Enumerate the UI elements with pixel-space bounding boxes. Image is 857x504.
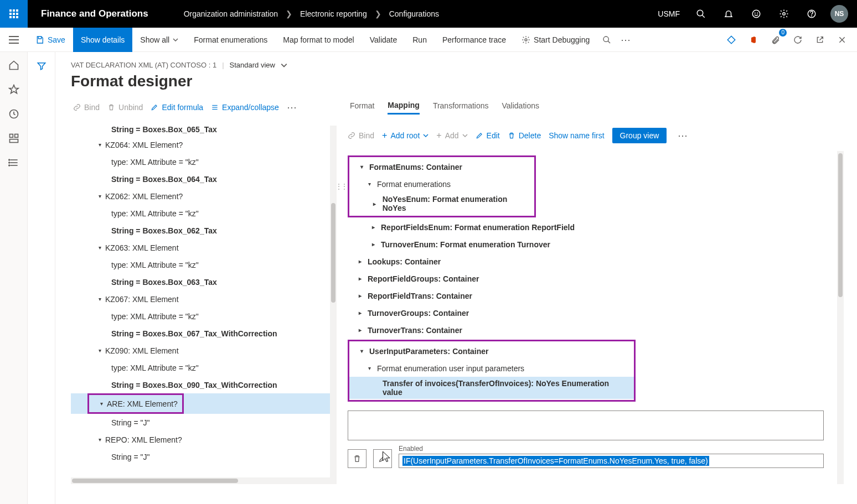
tree-item[interactable]: type: XML Attribute = "kz" xyxy=(71,205,337,222)
format-enumerations-button[interactable]: Format enumerations xyxy=(186,28,275,52)
gear-icon[interactable] xyxy=(772,0,796,28)
attachments-icon[interactable] xyxy=(766,30,785,49)
more-icon[interactable]: ⋯ xyxy=(616,30,635,49)
office-icon[interactable] xyxy=(744,30,763,49)
add-button[interactable]: + Add xyxy=(436,131,467,141)
tree-item[interactable]: ▸ReportFieldTrans: Container xyxy=(348,287,824,304)
tree-item[interactable]: String = Boxes.Box_063_Tax xyxy=(71,273,337,290)
left-more-button[interactable]: ⋯ xyxy=(287,101,297,113)
delete-label: Delete xyxy=(519,131,541,140)
modules-icon[interactable] xyxy=(8,157,19,168)
tree-item[interactable]: ▾KZ062: XML Element? xyxy=(71,188,337,205)
tree-item[interactable]: ▾KZ064: XML Element? xyxy=(71,136,337,153)
top-header: Finance and Operations Organization admi… xyxy=(0,0,857,28)
tree-item[interactable]: String = Boxes.Box_065_Tax xyxy=(71,126,337,136)
breadcrumb-item[interactable]: Configurations xyxy=(389,9,439,18)
format-enum-label: Format enumerations xyxy=(194,35,267,44)
delete-formula-button[interactable] xyxy=(348,449,366,468)
group-view-button[interactable]: Group view xyxy=(612,128,667,143)
tree-item[interactable]: ▾UserInputParameters: Container xyxy=(349,342,634,360)
scrollbar-horizontal[interactable] xyxy=(71,477,330,484)
help-icon[interactable] xyxy=(799,0,824,28)
star-icon[interactable] xyxy=(8,84,19,95)
edit-button[interactable]: Edit xyxy=(476,131,500,140)
start-debugging-button[interactable]: Start Debugging xyxy=(514,28,597,52)
workspace-icon[interactable] xyxy=(8,133,19,144)
tree-item[interactable]: ▾Format enumerations xyxy=(349,175,534,193)
unbind-button[interactable]: Unbind xyxy=(107,103,143,112)
tab-validations[interactable]: Validations xyxy=(502,101,539,113)
edit-formula-button[interactable]: Edit formula xyxy=(151,103,203,112)
avatar[interactable]: NS xyxy=(827,0,851,28)
scrollbar-vertical[interactable] xyxy=(837,151,844,484)
search-icon[interactable] xyxy=(689,0,713,28)
tree-item[interactable]: ▾REPO: XML Element? xyxy=(71,431,337,448)
map-format-button[interactable]: Map format to model xyxy=(275,28,362,52)
app-launcher-button[interactable] xyxy=(0,0,28,28)
tree-item[interactable]: type: XML Attribute = "kz" xyxy=(71,153,337,170)
breadcrumb-item[interactable]: Organization administration xyxy=(184,9,278,18)
left-nav xyxy=(0,52,28,504)
add-root-button[interactable]: + Add root xyxy=(382,131,428,141)
tree-item[interactable]: ▸Lookups: Container xyxy=(348,253,824,270)
show-details-button[interactable]: Show details xyxy=(73,28,132,52)
breadcrumb-item[interactable]: Electronic reporting xyxy=(300,9,367,18)
tree-item[interactable]: String = Boxes.Box_064_Tax xyxy=(71,170,337,188)
tree-item[interactable]: ▾Format enumeration user input parameter… xyxy=(349,360,634,377)
home-icon[interactable] xyxy=(8,60,19,71)
tree-item[interactable]: String = "J" xyxy=(71,414,337,431)
run-button[interactable]: Run xyxy=(405,28,435,52)
tree-item[interactable]: ▾ARE: XML Element? xyxy=(89,395,182,412)
tree-item[interactable]: type: XML Attribute = "kz" xyxy=(71,308,337,325)
diamond-icon[interactable] xyxy=(722,30,741,49)
tab-mapping[interactable]: Mapping xyxy=(388,101,420,115)
right-more-button[interactable]: ⋯ xyxy=(674,129,691,142)
tree-item[interactable]: ▾KZ067: XML Element xyxy=(71,290,337,308)
tree-item[interactable]: ▾KZ063: XML Element xyxy=(71,239,337,256)
hamburger-button[interactable] xyxy=(0,28,28,52)
run-label: Run xyxy=(412,35,427,44)
show-name-first-button[interactable]: Show name first xyxy=(549,131,604,140)
tree-item[interactable]: ▸ReportFieldsEnum: Format enumeration Re… xyxy=(348,219,824,236)
save-button[interactable]: Save xyxy=(28,28,73,52)
bell-icon[interactable] xyxy=(716,0,741,28)
scrollbar-vertical[interactable] xyxy=(330,126,337,484)
smiley-icon[interactable] xyxy=(744,0,768,28)
tree-item[interactable]: String = Boxes.Box_090_Tax_WithCorrectio… xyxy=(71,376,337,393)
tree-item[interactable]: type: XML Attribute = "kz" xyxy=(71,359,337,376)
tree-item[interactable]: ▸ReportFieldGroups: Container xyxy=(348,270,824,287)
tree-item[interactable]: ▸TurnoverGroups: Container xyxy=(348,304,824,321)
view-name[interactable]: Standard view xyxy=(230,61,275,69)
formula-input[interactable]: IF(UserInputParameters.TransferOfInvoice… xyxy=(399,454,824,468)
bind-button-right[interactable]: Bind xyxy=(348,131,374,140)
tab-format[interactable]: Format xyxy=(350,101,374,113)
org-label[interactable]: USMF xyxy=(652,9,685,18)
tree-item[interactable]: Transfer of invoices(TransferOfInvoices)… xyxy=(349,377,634,399)
tree-item[interactable]: ▸NoYesEnum: Format enumeration NoYes xyxy=(349,193,534,215)
tree-item[interactable]: String = Boxes.Box_062_Tax xyxy=(71,222,337,239)
tree-item[interactable]: ▸TurnoverEnum: Format enumeration Turnov… xyxy=(348,236,824,253)
bind-button[interactable]: Bind xyxy=(73,103,100,112)
close-icon[interactable] xyxy=(833,30,851,49)
refresh-icon[interactable] xyxy=(788,30,807,49)
map-format-label: Map format to model xyxy=(283,35,354,44)
trash-icon xyxy=(107,103,115,111)
chevron-down-icon[interactable] xyxy=(281,62,287,69)
tree-item[interactable]: String = "J" xyxy=(71,448,337,465)
delete-button[interactable]: Delete xyxy=(508,131,541,140)
toolbar-search-icon[interactable] xyxy=(597,30,616,49)
filter-icon[interactable] xyxy=(37,61,47,504)
tree-item[interactable]: ▸TurnoverTrans: Container xyxy=(348,321,824,339)
validate-button[interactable]: Validate xyxy=(362,28,405,52)
tree-item[interactable]: String = Boxes.Box_067_Tax_WithCorrectio… xyxy=(71,325,337,342)
expand-collapse-button[interactable]: Expand/collapse xyxy=(211,103,279,112)
recent-icon[interactable] xyxy=(8,108,19,119)
tab-transformations[interactable]: Transformations xyxy=(433,101,489,113)
splitter-handle[interactable]: ⋮⋮ xyxy=(335,183,347,190)
show-all-button[interactable]: Show all xyxy=(132,28,186,52)
tree-item[interactable]: ▾FormatEnums: Container xyxy=(349,158,534,175)
popout-icon[interactable] xyxy=(810,30,829,49)
tree-item[interactable]: type: XML Attribute = "kz" xyxy=(71,256,337,273)
tree-item[interactable]: ▾KZ090: XML Element xyxy=(71,342,337,359)
performance-trace-button[interactable]: Performance trace xyxy=(435,28,514,52)
